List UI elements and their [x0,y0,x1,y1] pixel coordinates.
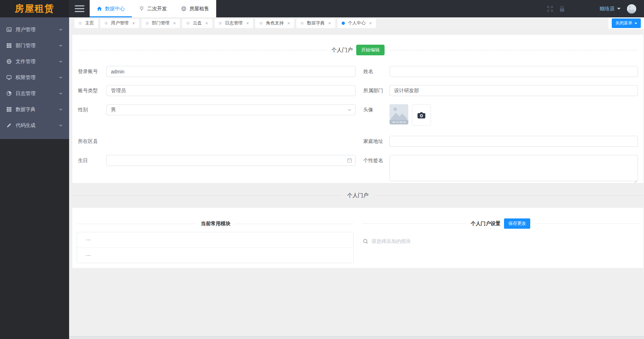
form-row: 性别 男 头像 [78,104,638,126]
name-label: 姓名 [363,66,390,75]
username: 幽络源 [600,6,615,12]
gender-select[interactable]: 男 [106,104,355,115]
calendar-icon[interactable] [347,158,352,163]
tab-personal-center[interactable]: 个人中心 × [337,19,376,28]
tab-home[interactable]: 主页 [74,19,98,28]
tab-label: 部门管理 [152,20,170,26]
form-row: 生日 个性签名 [78,155,638,183]
sidebar-item-file-management[interactable]: 文件管理 [0,54,69,70]
department-input[interactable] [390,85,638,96]
camera-icon [417,112,426,119]
close-icon[interactable]: × [132,21,135,26]
tab-data-dictionary[interactable]: 数据字典 × [296,19,335,28]
close-icon[interactable]: × [287,21,290,26]
sidebar-item-permission-management[interactable]: 权限管理 [0,70,69,85]
avatar-label: 头像 [363,104,390,113]
top-header: 数据中心 二次开发 房屋租售 幽络源 [69,0,644,17]
tab-label: 主页 [85,20,94,26]
bulb-icon [139,6,144,11]
home-icon [97,6,102,11]
tab-label: 角色支持 [266,20,284,26]
birthday-input[interactable] [106,155,355,166]
name-input[interactable] [390,66,638,77]
module-list-item[interactable]: --- [77,232,353,248]
sidebar-item-user-management[interactable]: 用户管理 [0,22,69,38]
birthday-label: 生日 [78,155,106,164]
tab-department-management[interactable]: 部门管理 × [141,19,180,28]
account-type-input[interactable] [106,85,355,96]
header-right: 幽络源 [542,0,644,17]
avatar-image-placeholder[interactable] [390,104,408,124]
chevron-down-icon [59,123,63,127]
sidebar-item-code-generation[interactable]: 代码生成 [0,117,69,133]
grid-icon [6,107,12,112]
tab-dot [301,22,304,25]
divider-line [78,50,326,50]
tab-dot [79,22,82,25]
home-address-input[interactable] [390,136,638,147]
gender-value: 男 [111,107,116,113]
divider-line [535,223,639,224]
horizontal-scrollbar[interactable] [69,336,644,339]
fullscreen-icon[interactable] [547,5,554,12]
tab-label: 数据字典 [307,20,325,26]
chevron-down-icon [59,107,63,111]
divider-line [375,195,644,196]
sidebar: 房屋租赁 用户管理 部门管理 文件管理 权限管理 [0,0,69,339]
divider-line [234,224,354,224]
user-menu[interactable]: 幽络源 [600,6,621,12]
profile-form: 登录账号 姓名 账号类型 所属部门 性别 男 [78,66,638,183]
login-account-label: 登录账号 [78,66,106,75]
sidebar-item-department-management[interactable]: 部门管理 [0,38,69,54]
module-search-input[interactable] [371,238,513,244]
user-avatar[interactable] [627,4,636,13]
caret-down-icon [617,8,621,10]
close-menu-panel: 关闭菜单 [609,17,644,29]
close-icon[interactable]: × [328,21,331,26]
search-icon [363,239,368,244]
close-icon[interactable]: × [369,21,372,26]
close-icon[interactable]: × [205,21,208,26]
lock-icon[interactable] [559,5,566,12]
close-menu-button[interactable]: 关闭菜单 [612,18,641,28]
close-icon[interactable]: × [246,21,249,26]
signature-textarea[interactable] [390,155,638,181]
gender-label: 性别 [78,104,106,113]
portal-divider-title: 个人门户 [341,192,375,199]
tab-role-support[interactable]: 角色支持 × [255,19,294,28]
nav-item-house-rental[interactable]: 房屋租售 [174,0,216,17]
close-icon[interactable]: × [173,21,176,26]
tab-dot [342,22,345,25]
save-changes-button[interactable]: 保存更改 [504,218,530,229]
tab-strip: 主页 用户管理 × 部门管理 × 云盘 × 日志管理 × 角色支持 × [69,17,644,29]
login-account-input[interactable] [106,66,355,77]
avatar-upload-button[interactable] [412,104,431,126]
module-list-item[interactable]: --- [77,248,353,263]
start-edit-button[interactable]: 开始编辑 [356,45,385,55]
sidebar-item-label: 权限管理 [16,74,59,81]
portal-divider: 个人门户 [72,192,643,199]
sidebar-item-data-dictionary[interactable]: 数据字典 [0,101,69,117]
department-label: 所属部门 [363,85,390,94]
tab-cloud-disk[interactable]: 云盘 × [182,19,212,28]
hamburger-menu-icon[interactable] [69,0,90,17]
current-modules-panel: 当前常用模块 --- --- [72,208,358,268]
tab-user-management[interactable]: 用户管理 × [100,19,139,28]
form-row: 登录账号 姓名 [78,66,638,77]
globe-icon [181,6,186,11]
tab-dot [146,22,149,25]
sidebar-filler [0,139,69,339]
nav-item-label: 二次开发 [147,6,167,12]
nav-item-label: 房屋租售 [189,6,209,12]
tab-log-management[interactable]: 日志管理 × [214,19,253,28]
sidebar-item-label: 部门管理 [16,43,59,49]
chevron-down-icon [59,44,63,48]
divider-line [362,223,466,224]
nav-item-secondary-dev[interactable]: 二次开发 [132,0,174,17]
nav-item-data-center[interactable]: 数据中心 [90,0,132,17]
tab-dot [219,22,222,25]
chevron-down-icon [59,28,63,32]
sidebar-item-label: 用户管理 [16,27,59,33]
sidebar-item-log-management[interactable]: 日志管理 [0,85,69,101]
profile-section-divider: 个人门户 开始编辑 [78,35,638,55]
